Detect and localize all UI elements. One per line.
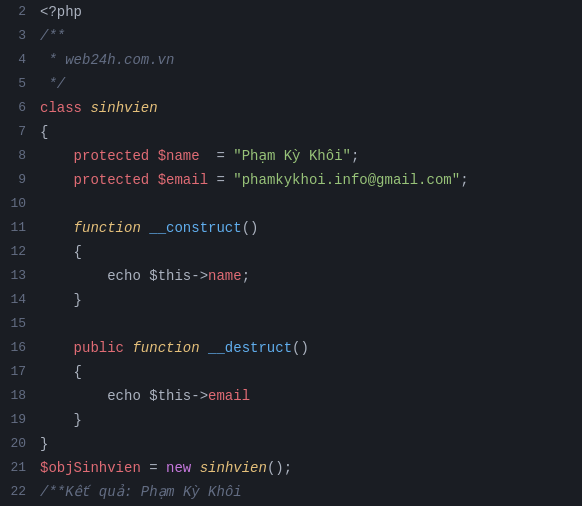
code-line-6: class sinhvien [40,96,582,120]
line-num-20: 20 [8,432,26,456]
line-num-13: 13 [8,264,26,288]
line-num-6: 6 [8,96,26,120]
code-line-17: { [40,360,582,384]
code-line-9: protected $email = "phamkykhoi.info@gmai… [40,168,582,192]
code-line-7: { [40,120,582,144]
line-num-18: 18 [8,384,26,408]
line-num-15: 15 [8,312,26,336]
code-line-10 [40,192,582,216]
code-line-4: * web24h.com.vn [40,48,582,72]
line-num-16: 16 [8,336,26,360]
line-num-8: 8 [8,144,26,168]
code-line-18: echo $this->email [40,384,582,408]
code-line-16: public function __destruct() [40,336,582,360]
line-num-11: 11 [8,216,26,240]
line-num-9: 9 [8,168,26,192]
line-numbers: 2 3 4 5 6 7 8 9 10 11 12 13 14 15 16 17 … [0,0,36,506]
code-line-8: protected $name = "Phạm Kỳ Khôi"; [40,144,582,168]
code-line-2: <?php [40,0,582,24]
code-line-21: $objSinhvien = new sinhvien(); [40,456,582,480]
line-num-22: 22 [8,480,26,504]
line-num-3: 3 [8,24,26,48]
line-num-17: 17 [8,360,26,384]
code-line-20: } [40,432,582,456]
line-num-5: 5 [8,72,26,96]
line-num-7: 7 [8,120,26,144]
code-line-22: /**Kết quả: Phạm Kỳ Khôi [40,480,582,504]
line-num-14: 14 [8,288,26,312]
line-num-21: 21 [8,456,26,480]
code-line-13: echo $this->name; [40,264,582,288]
line-num-2: 2 [8,0,26,24]
line-num-4: 4 [8,48,26,72]
code-line-3: /** [40,24,582,48]
code-lines: <?php /** * web24h.com.vn */ class sinhv… [36,0,582,506]
code-line-19: } [40,408,582,432]
line-num-12: 12 [8,240,26,264]
code-line-12: { [40,240,582,264]
code-line-11: function __construct() [40,216,582,240]
code-line-14: } [40,288,582,312]
line-num-19: 19 [8,408,26,432]
line-num-10: 10 [8,192,26,216]
code-line-15 [40,312,582,336]
code-line-5: */ [40,72,582,96]
code-editor: 2 3 4 5 6 7 8 9 10 11 12 13 14 15 16 17 … [0,0,582,506]
